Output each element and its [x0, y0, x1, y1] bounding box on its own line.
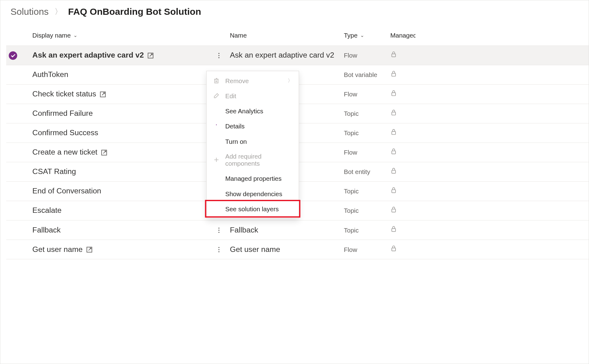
lock-icon: [390, 226, 416, 235]
lock-icon: [390, 206, 416, 215]
display-name-cell[interactable]: Check ticket status: [23, 90, 213, 99]
open-in-new-icon[interactable]: [86, 246, 93, 253]
breadcrumb-root[interactable]: Solutions: [10, 6, 49, 17]
chevron-down-icon: ⌄: [360, 32, 364, 38]
menu-item-label: Show dependencies: [225, 190, 293, 197]
type-cell: Bot variable: [344, 71, 390, 78]
type-cell: Flow: [344, 246, 390, 253]
display-name-cell[interactable]: Ask an expert adaptive card v2: [23, 51, 213, 60]
menu-item-label: Add required components: [225, 153, 293, 167]
selected-check-icon[interactable]: [9, 51, 17, 59]
menu-item-details[interactable]: Details: [207, 119, 299, 134]
type-cell: Topic: [344, 110, 390, 117]
open-in-new-icon[interactable]: [147, 52, 154, 59]
column-header-managed[interactable]: Managed…: [390, 31, 416, 38]
display-name-label: Ask an expert adaptive card v2: [32, 51, 144, 60]
lock-icon: [390, 128, 416, 137]
type-cell: Topic: [344, 207, 390, 214]
chevron-down-icon: ⌄: [73, 32, 78, 38]
name-cell: Get user name: [230, 245, 344, 254]
menu-item-label: Edit: [225, 92, 293, 99]
breadcrumb: Solutions 〉 FAQ OnBoarding Bot Solution: [0, 0, 589, 26]
display-name-label: Escalate: [32, 206, 62, 215]
column-header-display-name[interactable]: Display name ⌄: [23, 31, 213, 38]
menu-item-label: See Analytics: [225, 107, 293, 114]
lock-icon: [390, 148, 416, 157]
table-row[interactable]: Ask an expert adaptive card v2Ask an exp…: [6, 46, 589, 65]
display-name-label: CSAT Rating: [32, 168, 76, 176]
menu-item-see-solution-layers[interactable]: See solution layers: [207, 201, 299, 216]
lock-icon: [390, 187, 416, 196]
menu-item-remove: Remove〉: [207, 73, 299, 88]
edit-icon: [213, 92, 220, 99]
menu-item-show-dependencies[interactable]: Show dependencies: [207, 186, 299, 201]
type-cell: Bot entity: [344, 168, 390, 175]
display-name-cell[interactable]: Fallback: [23, 226, 213, 235]
menu-item-label: See solution layers: [225, 205, 293, 212]
display-name-label: End of Conversation: [32, 187, 101, 196]
lock-icon: [390, 70, 416, 79]
open-in-new-icon[interactable]: [101, 149, 108, 156]
type-cell: Flow: [344, 52, 390, 59]
menu-item-edit: Edit: [207, 88, 299, 103]
power-icon: [213, 137, 220, 145]
table-row[interactable]: FallbackFallbackTopic: [6, 220, 589, 240]
breadcrumb-current: FAQ OnBoarding Bot Solution: [68, 6, 201, 17]
display-name-label: Fallback: [32, 226, 61, 235]
table-header: Display name ⌄ Name Type ⌄ Managed…: [6, 26, 589, 46]
display-name-cell[interactable]: Create a new ticket: [23, 148, 213, 157]
gear-icon: [213, 175, 220, 182]
display-name-cell[interactable]: Confirmed Failure: [23, 109, 213, 118]
menu-item-add-required-components: Add required components: [207, 149, 299, 171]
menu-item-label: Remove: [225, 77, 282, 84]
more-actions-button[interactable]: [213, 50, 225, 61]
type-cell: Topic: [344, 226, 390, 233]
menu-item-label: Turn on: [225, 138, 293, 145]
lock-icon: [390, 51, 416, 60]
column-header-name[interactable]: Name: [230, 31, 344, 38]
table-row[interactable]: Get user nameGet user nameFlow: [6, 240, 589, 259]
more-actions-button[interactable]: [213, 244, 225, 255]
menu-item-label: Details: [225, 123, 293, 130]
menu-item-label: Managed properties: [225, 175, 293, 182]
layers-icon: [213, 205, 220, 212]
display-name-cell[interactable]: Escalate: [23, 206, 213, 215]
display-name-label: Check ticket status: [32, 90, 96, 99]
type-cell: Flow: [344, 91, 390, 98]
sitemap-icon: [213, 190, 220, 197]
display-name-cell[interactable]: Confirmed Success: [23, 128, 213, 137]
display-name-cell[interactable]: CSAT Rating: [23, 168, 213, 176]
name-cell: Fallback: [230, 226, 344, 235]
display-name-label: Confirmed Success: [32, 128, 98, 137]
trash-icon: [213, 77, 220, 84]
display-name-cell[interactable]: AuthToken: [23, 70, 213, 79]
display-name-label: Create a new ticket: [32, 148, 97, 157]
display-name-label: Confirmed Failure: [32, 109, 93, 118]
open-in-new-icon[interactable]: [100, 91, 106, 98]
plus-icon: [213, 156, 220, 164]
analytics-icon: [213, 107, 220, 115]
lock-icon: [390, 245, 416, 254]
lock-icon: [390, 168, 416, 176]
type-cell: Topic: [344, 129, 390, 136]
chevron-right-icon: 〉: [55, 7, 62, 17]
menu-item-turn-on[interactable]: Turn on: [207, 134, 299, 149]
info-icon: [213, 122, 220, 130]
context-menu: Remove〉EditSee AnalyticsDetailsTurn onAd…: [206, 71, 299, 219]
display-name-label: Get user name: [32, 245, 83, 254]
name-cell: Ask an expert adaptive card v2: [230, 51, 344, 60]
type-cell: Flow: [344, 149, 390, 156]
display-name-cell[interactable]: Get user name: [23, 245, 213, 254]
display-name-cell[interactable]: End of Conversation: [23, 187, 213, 196]
lock-icon: [390, 109, 416, 118]
menu-item-managed-properties[interactable]: Managed properties: [207, 171, 299, 186]
menu-item-see-analytics[interactable]: See Analytics: [207, 103, 299, 118]
display-name-label: AuthToken: [32, 70, 68, 79]
type-cell: Topic: [344, 188, 390, 195]
lock-icon: [390, 90, 416, 99]
column-header-type[interactable]: Type ⌄: [344, 31, 390, 38]
chevron-right-icon: 〉: [288, 77, 293, 84]
more-actions-button[interactable]: [213, 224, 225, 236]
